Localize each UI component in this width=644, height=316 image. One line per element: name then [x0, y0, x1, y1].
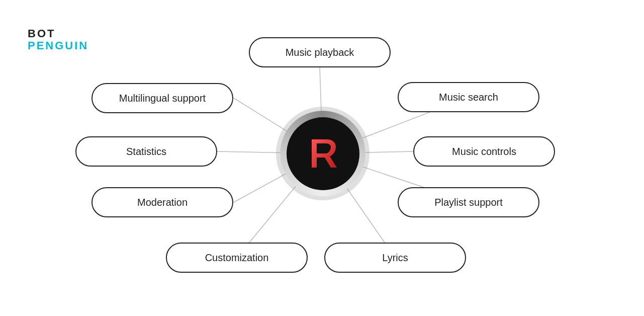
pill-label-music-playback: Music playback	[286, 47, 354, 58]
pill-label-playlist-support: Playlist support	[434, 197, 503, 208]
pill-multilingual-support[interactable]: Multilingual support	[91, 83, 233, 113]
brand-logo: BOT PENGUIN	[28, 28, 88, 52]
pill-customization[interactable]: Customization	[166, 243, 308, 273]
pill-label-multilingual-support: Multilingual support	[119, 93, 206, 104]
pill-statistics[interactable]: Statistics	[75, 136, 217, 167]
rythm-r-icon	[303, 133, 343, 174]
pill-label-moderation: Moderation	[137, 197, 188, 208]
pill-music-search[interactable]: Music search	[398, 82, 539, 112]
pill-music-controls[interactable]: Music controls	[413, 136, 555, 167]
logo-penguin-text: PENGUIN	[28, 40, 88, 52]
pill-music-playback[interactable]: Music playback	[249, 37, 391, 67]
pill-label-music-search: Music search	[439, 92, 498, 103]
pill-lyrics[interactable]: Lyrics	[324, 243, 466, 273]
pill-label-statistics: Statistics	[126, 146, 166, 157]
logo-bot-text: BOT	[28, 28, 88, 40]
pill-moderation[interactable]: Moderation	[91, 187, 233, 217]
center-logo-inner	[287, 117, 359, 190]
pill-label-customization: Customization	[205, 252, 269, 264]
center-logo-circle	[280, 111, 365, 196]
pill-label-music-controls: Music controls	[452, 146, 516, 157]
pill-playlist-support[interactable]: Playlist support	[398, 187, 539, 217]
pill-label-lyrics: Lyrics	[382, 252, 408, 264]
